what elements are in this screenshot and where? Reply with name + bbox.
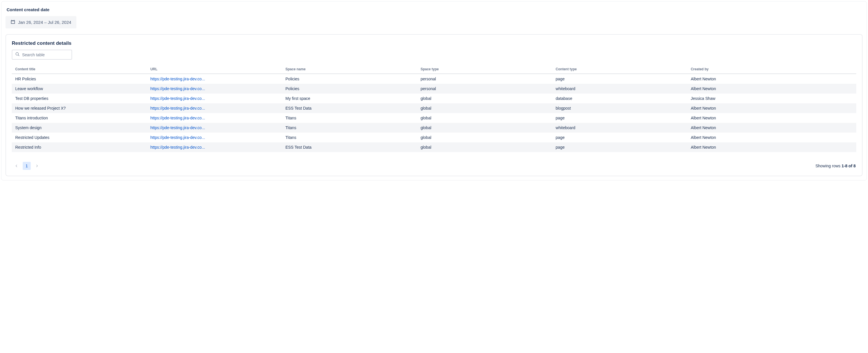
- cell-content-type: database: [552, 94, 687, 103]
- cell-content-title: Test DB properties: [12, 94, 147, 103]
- cell-created-by: Albert Newton: [687, 103, 856, 113]
- table-row: How we released Project X?https://pde-te…: [12, 103, 856, 113]
- filter-label: Content created date: [5, 7, 863, 12]
- cell-url: https://pde-testing.jira-dev.co...: [147, 94, 282, 103]
- content-url-link[interactable]: https://pde-testing.jira-dev.co...: [150, 76, 205, 81]
- table-row: Test DB propertieshttps://pde-testing.ji…: [12, 94, 856, 103]
- table-row: Leave workflowhttps://pde-testing.jira-d…: [12, 84, 856, 94]
- cell-space-name: Titans: [282, 133, 417, 142]
- cell-space-name: ESS Test Data: [282, 142, 417, 152]
- cell-created-by: Albert Newton: [687, 84, 856, 94]
- cell-space-name: Policies: [282, 74, 417, 84]
- cell-content-type: whiteboard: [552, 123, 687, 133]
- content-url-link[interactable]: https://pde-testing.jira-dev.co...: [150, 125, 205, 130]
- cell-url: https://pde-testing.jira-dev.co...: [147, 133, 282, 142]
- svg-line-1: [18, 55, 19, 56]
- svg-point-0: [16, 53, 19, 55]
- cell-space-type: global: [417, 123, 552, 133]
- cell-space-type: global: [417, 94, 552, 103]
- cell-content-title: HR Policies: [12, 74, 147, 84]
- content-table: Content title URL Space name Space type …: [12, 65, 856, 152]
- content-url-link[interactable]: https://pde-testing.jira-dev.co...: [150, 106, 205, 110]
- cell-space-name: Policies: [282, 84, 417, 94]
- cell-content-type: blogpost: [552, 103, 687, 113]
- cell-content-type: page: [552, 113, 687, 123]
- date-range-filter[interactable]: Jan 26, 2024 – Jul 26, 2024: [5, 16, 76, 28]
- chevron-right-icon: [35, 164, 39, 168]
- cell-space-type: global: [417, 113, 552, 123]
- cell-content-type: page: [552, 142, 687, 152]
- calendar-icon: [11, 20, 15, 25]
- rows-showing-info: Showing rows 1-8 of 8: [815, 164, 856, 168]
- cell-content-title: Titans introduction: [12, 113, 147, 123]
- cell-content-title: How we released Project X?: [12, 103, 147, 113]
- cell-space-name: My first space: [282, 94, 417, 103]
- cell-content-type: page: [552, 133, 687, 142]
- cell-space-type: global: [417, 133, 552, 142]
- content-url-link[interactable]: https://pde-testing.jira-dev.co...: [150, 96, 205, 101]
- header-space-type[interactable]: Space type: [417, 65, 552, 74]
- restricted-content-card: Restricted content details Content title…: [5, 34, 863, 176]
- cell-space-name: Titans: [282, 113, 417, 123]
- table-row: System designhttps://pde-testing.jira-de…: [12, 123, 856, 133]
- header-content-title[interactable]: Content title: [12, 65, 147, 74]
- cell-url: https://pde-testing.jira-dev.co...: [147, 84, 282, 94]
- cell-created-by: Albert Newton: [687, 74, 856, 84]
- content-url-link[interactable]: https://pde-testing.jira-dev.co...: [150, 145, 205, 150]
- cell-space-type: global: [417, 142, 552, 152]
- table-row: Restricted Infohttps://pde-testing.jira-…: [12, 142, 856, 152]
- cell-content-type: whiteboard: [552, 84, 687, 94]
- cell-created-by: Albert Newton: [687, 142, 856, 152]
- table-row: Restricted Updateshttps://pde-testing.ji…: [12, 133, 856, 142]
- cell-created-by: Albert Newton: [687, 133, 856, 142]
- content-url-link[interactable]: https://pde-testing.jira-dev.co...: [150, 116, 205, 120]
- page-number-1[interactable]: 1: [23, 162, 31, 170]
- previous-page-button[interactable]: [12, 162, 21, 170]
- table-row: Titans introductionhttps://pde-testing.j…: [12, 113, 856, 123]
- date-range-text: Jan 26, 2024 – Jul 26, 2024: [18, 20, 71, 25]
- header-content-type[interactable]: Content type: [552, 65, 687, 74]
- header-created-by[interactable]: Created by: [687, 65, 856, 74]
- cell-url: https://pde-testing.jira-dev.co...: [147, 123, 282, 133]
- paginator: 1: [12, 162, 41, 170]
- cell-url: https://pde-testing.jira-dev.co...: [147, 142, 282, 152]
- search-icon: [15, 52, 20, 57]
- content-url-link[interactable]: https://pde-testing.jira-dev.co...: [150, 135, 205, 140]
- cell-space-name: Titans: [282, 123, 417, 133]
- cell-created-by: Jessica Shaw: [687, 94, 856, 103]
- table-header-row: Content title URL Space name Space type …: [12, 65, 856, 74]
- cell-created-by: Albert Newton: [687, 113, 856, 123]
- cell-content-title: Restricted Updates: [12, 133, 147, 142]
- cell-space-type: global: [417, 103, 552, 113]
- cell-space-type: personal: [417, 74, 552, 84]
- cell-created-by: Albert Newton: [687, 123, 856, 133]
- header-url[interactable]: URL: [147, 65, 282, 74]
- cell-space-name: ESS Test Data: [282, 103, 417, 113]
- cell-url: https://pde-testing.jira-dev.co...: [147, 103, 282, 113]
- next-page-button[interactable]: [33, 162, 41, 170]
- page-container: Content created date Jan 26, 2024 – Jul …: [1, 1, 867, 181]
- cell-url: https://pde-testing.jira-dev.co...: [147, 113, 282, 123]
- table-footer: 1 Showing rows 1-8 of 8: [12, 162, 856, 170]
- search-input[interactable]: [22, 53, 69, 57]
- cell-url: https://pde-testing.jira-dev.co...: [147, 74, 282, 84]
- rows-showing-prefix: Showing rows: [815, 164, 842, 168]
- cell-content-title: Leave workflow: [12, 84, 147, 94]
- chevron-left-icon: [14, 164, 19, 168]
- cell-content-title: Restricted Info: [12, 142, 147, 152]
- cell-content-title: System design: [12, 123, 147, 133]
- cell-space-type: personal: [417, 84, 552, 94]
- table-row: HR Policieshttps://pde-testing.jira-dev.…: [12, 74, 856, 84]
- content-url-link[interactable]: https://pde-testing.jira-dev.co...: [150, 86, 205, 91]
- header-space-name[interactable]: Space name: [282, 65, 417, 74]
- cell-content-type: page: [552, 74, 687, 84]
- rows-showing-range: 1-8 of 8: [842, 164, 856, 168]
- table-search[interactable]: [12, 50, 72, 60]
- card-title: Restricted content details: [12, 40, 856, 46]
